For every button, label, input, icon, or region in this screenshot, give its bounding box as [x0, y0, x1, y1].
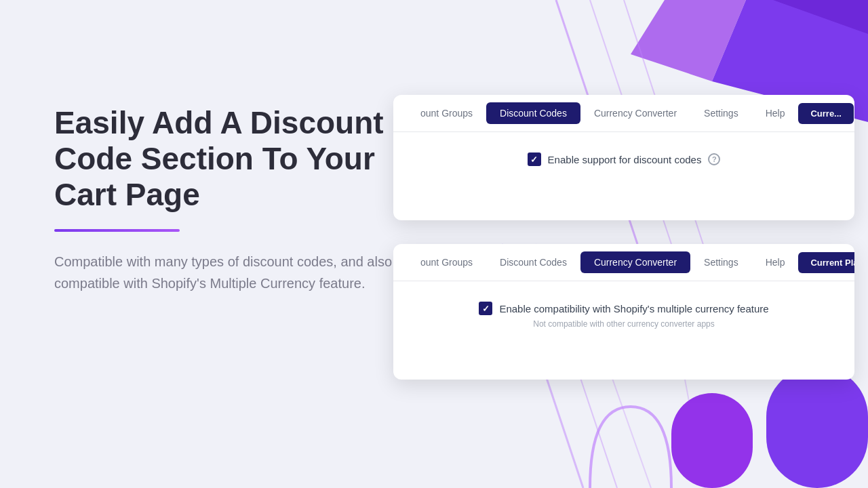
nav-currency-converter-top[interactable]: Currency Converter [580, 102, 690, 124]
nav-settings-top[interactable]: Settings [690, 102, 752, 124]
nav-discount-codes-bottom[interactable]: Discount Codes [486, 251, 580, 273]
nav-discount-codes-top[interactable]: Discount Codes [486, 102, 580, 124]
help-icon-top[interactable]: ? [708, 153, 720, 165]
sub-text: Compatible with many types of discount c… [54, 251, 414, 294]
card-bottom-body: Enable compatibility with Shopify's mult… [393, 281, 854, 349]
card-bottom-nav: ount Groups Discount Codes Currency Conv… [393, 244, 854, 281]
card-bottom: ount Groups Discount Codes Currency Conv… [393, 244, 854, 380]
checkbox-area-bottom: Enable compatibility with Shopify's mult… [479, 302, 768, 315]
nav-discount-groups-bottom[interactable]: ount Groups [407, 251, 486, 273]
checkbox-discount-label: Enable support for discount codes [548, 154, 702, 165]
nav-help-top[interactable]: Help [752, 102, 799, 124]
sub-note: Not compatible with other currency conve… [533, 319, 714, 329]
checkbox-currency[interactable] [479, 302, 492, 315]
checkbox-currency-label: Enable compatibility with Shopify's mult… [499, 303, 768, 314]
card-top-nav: ount Groups Discount Codes Currency Conv… [393, 95, 854, 132]
nav-btn-bottom[interactable]: Current Plan [798, 252, 854, 273]
checkbox-discount-codes[interactable] [528, 152, 541, 166]
card-top: ount Groups Discount Codes Currency Conv… [393, 95, 854, 220]
card-top-body: Enable support for discount codes ? [393, 132, 854, 186]
main-heading: Easily Add A Discount Code Section To Yo… [54, 105, 414, 213]
nav-help-bottom[interactable]: Help [752, 251, 799, 273]
left-content: Easily Add A Discount Code Section To Yo… [54, 105, 414, 294]
nav-discount-groups-top[interactable]: ount Groups [407, 102, 486, 124]
nav-settings-bottom[interactable]: Settings [690, 251, 752, 273]
checkbox-area-top: Enable support for discount codes ? [528, 152, 721, 166]
nav-currency-converter-bottom[interactable]: Currency Converter [580, 251, 690, 273]
nav-btn-top[interactable]: Curre... [798, 103, 854, 124]
divider-line [54, 229, 180, 232]
right-section: ount Groups Discount Codes Currency Conv… [393, 0, 868, 488]
